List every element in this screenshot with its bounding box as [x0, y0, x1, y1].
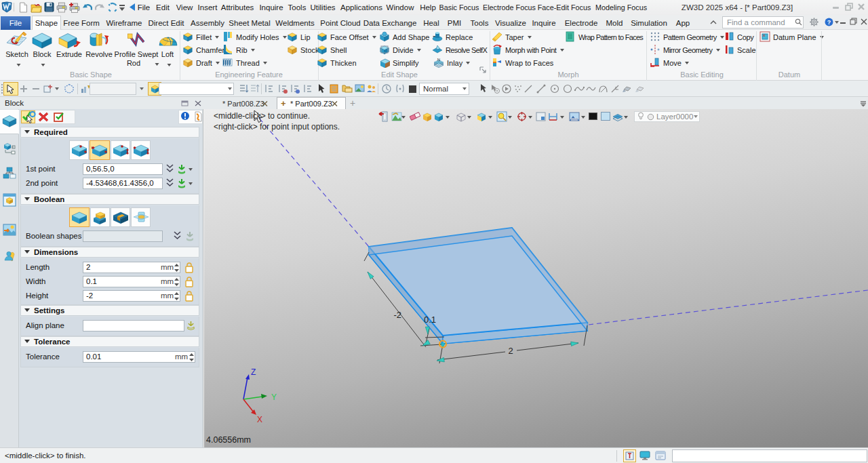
svg-text:0.1: 0.1 [424, 315, 436, 325]
svg-text:2: 2 [508, 346, 513, 356]
svg-text:Y: Y [271, 392, 277, 402]
svg-text:-2: -2 [393, 310, 401, 320]
svg-text:Z: Z [251, 367, 256, 377]
svg-text:N: N [437, 58, 440, 62]
svg-text:X: X [257, 415, 262, 424]
svg-text:?: ? [827, 19, 831, 26]
